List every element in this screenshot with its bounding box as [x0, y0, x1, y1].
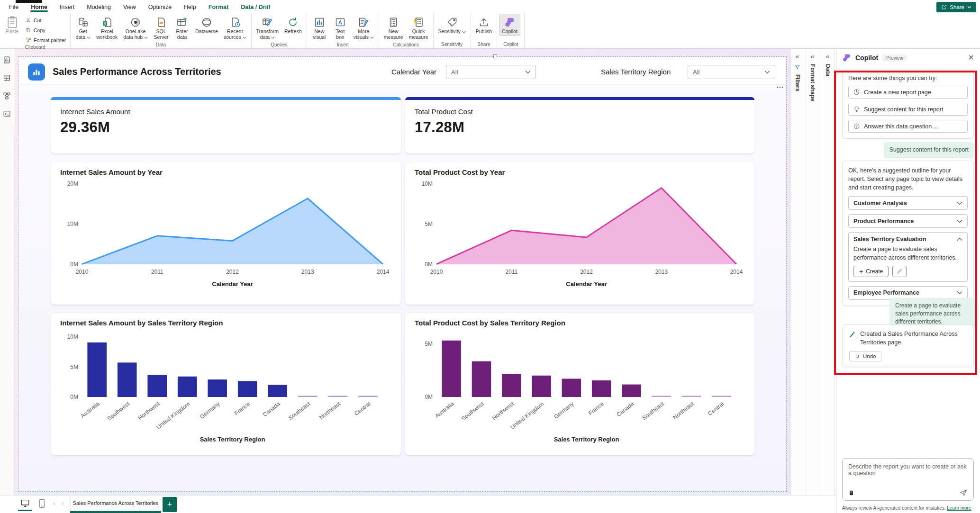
ribbon-tab-format[interactable]: Format: [202, 4, 235, 10]
chart-internet-sales-by-region[interactable]: Internet Sales Amount by Sales Territory…: [51, 313, 401, 455]
ribbon-tab-optimize[interactable]: Optimize: [142, 4, 178, 10]
copilot-suggestion-create-a-new-report-page[interactable]: Create a new report page: [848, 86, 968, 99]
previous-page-icon[interactable]: ‹: [53, 500, 55, 507]
svg-text:Northeast: Northeast: [671, 400, 695, 421]
sales-territory-region-slicer[interactable]: All: [688, 65, 775, 79]
text-box-button[interactable]: Text box: [330, 14, 350, 42]
add-page-button[interactable]: +: [163, 497, 177, 512]
calendar-year-slicer[interactable]: All: [446, 65, 536, 79]
ribbon-group-label: Data: [73, 42, 248, 49]
kpi-card-internet-sales[interactable]: Internet Sales Amount 29.36M: [51, 97, 401, 153]
outline-item-description: Create a page to evaluate sales performa…: [853, 245, 962, 262]
recent-sources-icon: [229, 16, 241, 28]
expand-pane-icon[interactable]: «: [796, 53, 799, 60]
dataverse-button[interactable]: Dataverse: [193, 14, 220, 36]
share-label: Share: [950, 4, 964, 10]
enter-data-button[interactable]: Enter data: [172, 14, 192, 42]
close-icon[interactable]: ✕: [968, 54, 974, 62]
chart-total-product-cost-by-region[interactable]: Total Product Cost by Sales Territory Re…: [405, 313, 754, 455]
ribbon-tab-file[interactable]: File: [3, 4, 25, 10]
text-box-icon: [335, 16, 346, 28]
model-view-button[interactable]: [2, 90, 12, 101]
data-pane-collapsed[interactable]: « Data: [821, 49, 835, 513]
undo-button[interactable]: Undo: [849, 351, 881, 361]
chart-internet-sales-by-year[interactable]: Internet Sales Amount by Year 0M10M20M20…: [51, 162, 401, 305]
more-options-icon[interactable]: [776, 86, 784, 89]
ribbon-tab-help[interactable]: Help: [178, 4, 202, 10]
quick-measure-button[interactable]: Quick measure: [407, 14, 431, 42]
paste-button[interactable]: Paste: [2, 14, 22, 36]
desktop-layout-icon[interactable]: [20, 499, 30, 508]
transform-data-button[interactable]: Transform data: [254, 14, 281, 42]
refresh-button[interactable]: Refresh: [282, 14, 304, 36]
filters-pane-collapsed[interactable]: « Filters: [790, 49, 804, 513]
next-page-icon[interactable]: ›: [62, 500, 64, 507]
onelake-data-hub-button[interactable]: OneLake data hub: [121, 14, 150, 42]
new-measure-button[interactable]: New measure: [381, 14, 406, 42]
ribbon-tab-view[interactable]: View: [117, 4, 142, 10]
svg-text:Calendar Year: Calendar Year: [212, 280, 253, 288]
copilot-suggestion-suggest-content-for-this-report[interactable]: Suggest content for this report: [848, 103, 968, 116]
ribbon-group-label: Share: [473, 41, 494, 48]
ribbon-tab-data-drill[interactable]: Data / Drill: [235, 4, 276, 10]
ribbon: FileHomeInsertModelingViewOptimizeHelpFo…: [0, 0, 980, 49]
dax-query-view-button[interactable]: [2, 108, 12, 119]
format-shape-pane-collapsed[interactable]: « Format shape: [806, 49, 819, 513]
outline-item-customer-analysis[interactable]: Customer Analysis: [849, 197, 967, 209]
sensitivity-button[interactable]: Sensitivity: [436, 14, 468, 36]
edit-pencil-button[interactable]: [892, 266, 907, 277]
bar-chart: 0M5MAustraliaSouthwestNorthwestUnited Ki…: [415, 327, 745, 444]
share-button[interactable]: Share: [936, 2, 976, 12]
svg-text:5M: 5M: [425, 341, 433, 347]
excel-workbook-button[interactable]: Excel workbook: [94, 14, 120, 42]
slicer-value: All: [693, 69, 699, 76]
ribbon-tab-modeling[interactable]: Modeling: [81, 4, 117, 10]
expand-pane-icon[interactable]: «: [826, 53, 830, 60]
chart-title: Internet Sales Amount by Year: [60, 168, 391, 176]
chart-total-product-cost-by-year[interactable]: Total Product Cost by Year 0M5M10M201020…: [405, 162, 754, 305]
new-visual-button[interactable]: New visual: [309, 14, 329, 42]
ribbon-group-label: Calculations: [381, 42, 431, 49]
copilot-prompt-input[interactable]: [848, 463, 968, 484]
svg-text:France: France: [233, 400, 251, 416]
report-canvas: Sales Performance Across Territories Cal…: [14, 49, 790, 495]
publish-button[interactable]: Publish: [473, 14, 494, 36]
create-page-button[interactable]: +Create: [853, 266, 889, 277]
resize-handle[interactable]: [493, 54, 497, 58]
format-painter-button[interactable]: Format painter: [23, 36, 68, 44]
copilot-input-box[interactable]: [842, 458, 974, 501]
more-visuals-button[interactable]: More visuals: [351, 14, 376, 42]
pane-label: Data: [825, 64, 831, 76]
cut-button[interactable]: Cut: [23, 16, 68, 24]
copilot-button[interactable]: Copilot: [499, 14, 520, 36]
send-icon[interactable]: [959, 489, 968, 496]
sql-server-button[interactable]: SQL Server: [151, 14, 171, 42]
learn-more-link[interactable]: Learn more: [947, 505, 971, 511]
report-header[interactable]: Sales Performance Across Territories Cal…: [19, 60, 786, 84]
ribbon-group-label: Queries: [254, 42, 304, 49]
prompt-guide-icon[interactable]: [848, 489, 855, 496]
copy-button[interactable]: Copy: [23, 26, 68, 34]
ribbon-tab-home[interactable]: Home: [25, 4, 54, 10]
report-view-icon: [3, 56, 11, 64]
get-data-button[interactable]: Get data: [73, 14, 93, 42]
recent-sources-button[interactable]: Recent sources: [221, 14, 249, 42]
outline-item-employee-performance[interactable]: Employee Performance: [849, 287, 967, 299]
ribbon-groups: PasteCutCopyFormat painterClipboardGet d…: [0, 13, 525, 48]
svg-text:Southeast: Southeast: [641, 400, 665, 422]
ribbon-tab-insert[interactable]: Insert: [54, 4, 81, 10]
model-view-icon: [3, 92, 11, 100]
report-view-button[interactable]: [2, 54, 12, 65]
kpi-card-total-product-cost[interactable]: Total Product Cost 17.28M: [405, 97, 754, 153]
expand-pane-icon[interactable]: «: [811, 53, 815, 60]
report-logo-icon: [28, 63, 45, 81]
outline-item-product-performance[interactable]: Product Performance: [849, 215, 967, 227]
outline-item-sales-territory-evaluation[interactable]: Sales Territory Evaluation: [849, 233, 967, 245]
svg-text:Central: Central: [707, 400, 725, 417]
plus-icon: +: [859, 268, 863, 275]
page-tab[interactable]: Sales Performance Across Territories: [70, 495, 161, 511]
mobile-layout-icon[interactable]: [39, 499, 45, 508]
copilot-suggestion-answer-this-data-question[interactable]: Answer this data question ...: [848, 120, 968, 133]
bar-chart: 0M5M10MAustraliaSouthwestNorthwestUnited…: [60, 327, 391, 444]
table-view-button[interactable]: [2, 72, 12, 83]
